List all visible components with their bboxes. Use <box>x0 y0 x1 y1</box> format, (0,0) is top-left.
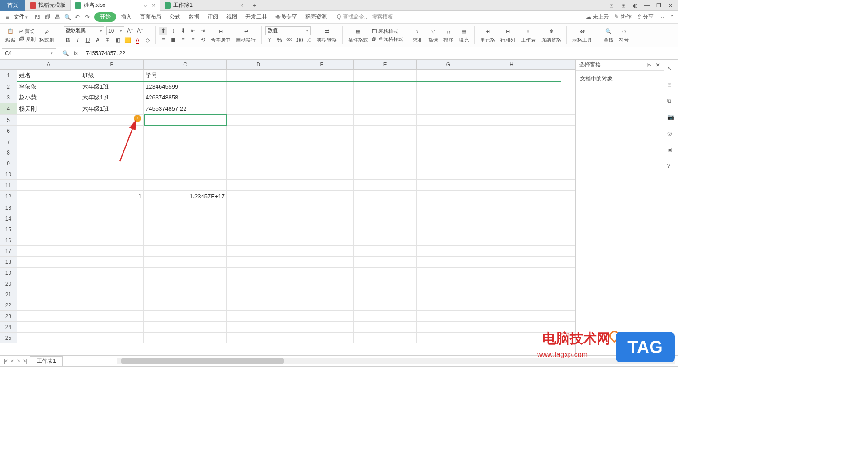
row-header[interactable]: 9 <box>0 158 17 169</box>
row-header[interactable]: 15 <box>0 224 17 235</box>
cell[interactable] <box>17 158 80 169</box>
cell[interactable] <box>80 257 144 267</box>
paste-button[interactable]: 📋粘贴 <box>4 27 17 43</box>
currency-icon[interactable]: ¥ <box>265 36 274 44</box>
cell[interactable] <box>480 278 543 289</box>
cell[interactable]: 赵小慧 <box>17 92 80 103</box>
cut-button[interactable]: ✂ 剪切 <box>19 28 36 35</box>
cell[interactable] <box>480 147 543 158</box>
cell[interactable] <box>144 278 227 289</box>
cell[interactable] <box>17 322 80 332</box>
cell[interactable]: 4263748858 <box>144 92 227 103</box>
cell[interactable] <box>17 180 80 190</box>
filter-button[interactable]: ▽筛选 <box>426 27 440 43</box>
cell[interactable] <box>227 235 290 245</box>
collapse-icon[interactable]: ⌃ <box>670 14 675 20</box>
menu-start[interactable]: 开始 <box>94 12 116 22</box>
fill-button[interactable]: ▤填充 <box>457 27 471 43</box>
grid-icon[interactable]: ⊞ <box>620 2 627 9</box>
cell[interactable] <box>290 268 354 278</box>
cell[interactable] <box>227 300 290 310</box>
cell[interactable] <box>227 115 290 125</box>
cell[interactable] <box>227 147 290 158</box>
decrease-font-icon[interactable]: A⁻ <box>136 27 144 35</box>
cell[interactable] <box>80 311 144 321</box>
cell[interactable] <box>17 311 80 321</box>
tab-add-button[interactable]: + <box>248 2 261 9</box>
cell[interactable] <box>227 246 290 256</box>
record-icon[interactable]: ▣ <box>667 146 675 155</box>
cell[interactable] <box>354 136 417 147</box>
row-header[interactable]: 21 <box>0 289 17 300</box>
cell[interactable] <box>354 103 417 114</box>
cell[interactable] <box>80 246 144 256</box>
cell[interactable] <box>480 70 543 81</box>
cloud-status[interactable]: ☁ 未上云 <box>586 13 609 21</box>
cell[interactable] <box>480 213 543 224</box>
cell[interactable] <box>227 322 290 332</box>
cell[interactable] <box>290 115 354 125</box>
copy-button[interactable]: 🗐 复制 <box>19 36 36 42</box>
preview-icon[interactable]: 🔍 <box>64 14 71 21</box>
row-header[interactable]: 23 <box>0 311 17 321</box>
cell[interactable] <box>290 126 354 136</box>
cell[interactable] <box>480 322 543 332</box>
format-painter-button[interactable]: 🖌格式刷 <box>38 27 56 43</box>
cell[interactable] <box>17 126 80 136</box>
cell[interactable] <box>144 224 227 235</box>
cell[interactable] <box>80 300 144 310</box>
cell[interactable] <box>417 180 480 190</box>
cell[interactable] <box>354 289 417 300</box>
row-header[interactable]: 18 <box>0 257 17 267</box>
menu-data[interactable]: 数据 <box>185 12 203 22</box>
cell-style-button[interactable]: 🗊 单元格样式 <box>372 36 403 42</box>
cell[interactable] <box>227 126 290 136</box>
cell[interactable] <box>417 92 480 103</box>
menu-review[interactable]: 审阅 <box>204 12 222 22</box>
menu-dev[interactable]: 开发工具 <box>242 12 271 22</box>
cell[interactable] <box>227 257 290 267</box>
cell[interactable] <box>227 333 290 343</box>
cell[interactable] <box>144 289 227 300</box>
cond-format-button[interactable]: ▦条件格式 <box>346 27 370 43</box>
cell[interactable] <box>80 202 144 213</box>
merge-button[interactable]: ⊟合并居中 <box>209 27 232 43</box>
cell[interactable] <box>80 180 144 190</box>
home-tab[interactable]: 首页 <box>0 0 25 11</box>
coop-button[interactable]: ✎ 协作 <box>614 13 631 21</box>
sheet-next-icon[interactable]: > <box>17 358 20 364</box>
cell[interactable] <box>417 268 480 278</box>
sort-button[interactable]: ↓↑排序 <box>442 27 455 43</box>
cell[interactable] <box>144 147 227 158</box>
table-style-button[interactable]: 🗔 表格样式 <box>372 28 403 35</box>
align-center-icon[interactable]: ≣ <box>169 36 177 44</box>
cell[interactable] <box>227 103 290 114</box>
cell[interactable] <box>480 103 543 114</box>
type-convert-button[interactable]: ⇄类型转换 <box>315 27 339 43</box>
cell[interactable] <box>290 180 354 190</box>
cell[interactable] <box>417 136 480 147</box>
cell[interactable] <box>480 311 543 321</box>
percent-icon[interactable]: % <box>275 36 283 44</box>
help-icon[interactable]: ? <box>667 163 675 171</box>
cell[interactable]: 六年级1班 <box>80 103 144 114</box>
cell[interactable] <box>417 81 480 92</box>
indent-inc-icon[interactable]: ⇥ <box>199 27 207 35</box>
font-size-select[interactable]: 10▾ <box>106 26 124 35</box>
cell[interactable] <box>17 268 80 278</box>
menu-insert[interactable]: 插入 <box>117 12 135 22</box>
indent-dec-icon[interactable]: ⇤ <box>189 27 197 35</box>
more-icon[interactable]: ⋯ <box>659 14 665 20</box>
row-header[interactable]: 2 <box>0 81 17 92</box>
fx-search-icon[interactable]: 🔍 <box>62 50 69 56</box>
row-header[interactable]: 11 <box>0 180 17 190</box>
align-justify-icon[interactable]: ≡ <box>189 36 197 44</box>
cell[interactable] <box>290 224 354 235</box>
freeze-button[interactable]: ❄冻结窗格 <box>539 27 563 43</box>
cell[interactable] <box>227 191 290 202</box>
col-header[interactable]: E <box>290 60 354 69</box>
cell[interactable] <box>290 289 354 300</box>
cell[interactable] <box>480 268 543 278</box>
cell[interactable] <box>144 169 227 179</box>
cell[interactable]: 姓名 <box>17 70 80 81</box>
